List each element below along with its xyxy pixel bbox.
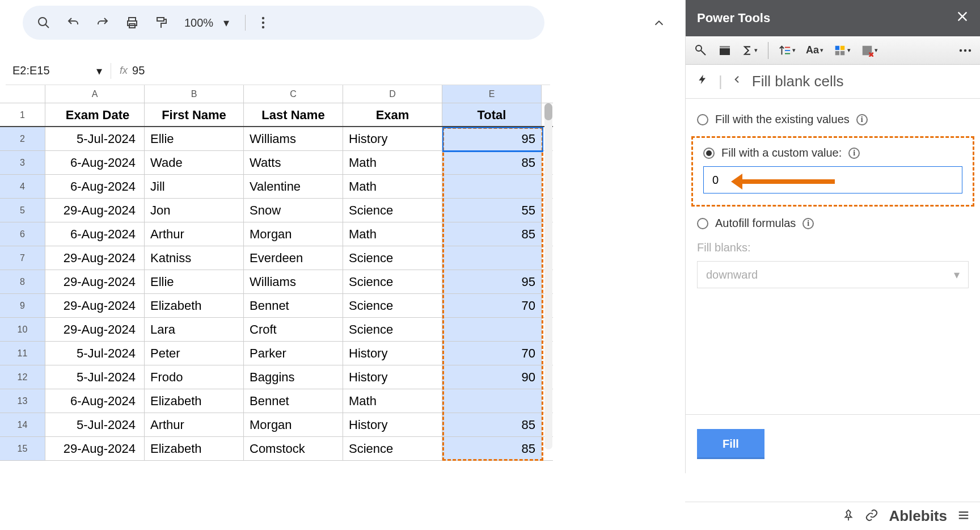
cell[interactable]: Ellie [145,270,244,293]
cell[interactable]: 70 [442,342,542,365]
cell[interactable]: 29-Aug-2024 [45,199,145,222]
cell[interactable]: Arthur [145,222,244,246]
cell[interactable]: 6-Aug-2024 [45,389,145,413]
cell[interactable]: Snow [244,199,343,222]
info-icon[interactable]: i [848,148,860,159]
pin-icon[interactable] [842,509,855,523]
cell[interactable]: Lara [145,318,244,341]
cell[interactable]: 6-Aug-2024 [45,175,145,198]
bolt-icon[interactable] [697,72,708,91]
cell[interactable]: Watts [244,151,343,174]
cell[interactable]: 6-Aug-2024 [45,222,145,246]
cell[interactable]: 29-Aug-2024 [45,294,145,317]
info-icon[interactable]: i [802,218,814,229]
name-box[interactable]: E2:E15 ▾ [6,64,102,78]
cell[interactable]: History [343,413,442,436]
cell[interactable]: First Name [145,103,244,126]
cell[interactable]: Williams [244,270,343,293]
cell[interactable]: Williams [244,127,343,150]
cell[interactable]: 95 [442,270,542,293]
formula-value[interactable]: 95 [132,64,145,77]
paint-format-icon[interactable] [155,16,168,30]
cell[interactable]: 29-Aug-2024 [45,318,145,341]
cell[interactable]: 5-Jul-2024 [45,342,145,365]
radio-icon[interactable] [703,148,715,159]
cell[interactable]: 85 [442,413,542,436]
cell[interactable]: Bennet [244,389,343,413]
row-header[interactable]: 3 [0,151,45,174]
option-autofill-formulas[interactable]: Autofill formulas i [697,217,969,230]
link-icon[interactable] [865,508,878,524]
row-header[interactable]: 4 [0,175,45,198]
radio-icon[interactable] [697,114,708,125]
col-header-a[interactable]: A [45,85,145,103]
cell[interactable] [442,246,542,270]
collapse-toolbar-icon[interactable] [653,17,665,33]
cell[interactable]: Ellie [145,127,244,150]
row-header[interactable]: 13 [0,389,45,413]
cell[interactable]: Jon [145,199,244,222]
cell[interactable]: Math [343,222,442,246]
row-header[interactable]: 11 [0,342,45,365]
cell[interactable]: Comstock [244,437,343,460]
col-header-e[interactable]: E [442,85,542,103]
cell[interactable]: Morgan [244,222,343,246]
select-all-corner[interactable] [0,85,45,103]
cell[interactable]: Math [343,151,442,174]
cell[interactable]: Bennet [244,294,343,317]
cell[interactable]: Science [343,199,442,222]
cell[interactable]: 29-Aug-2024 [45,270,145,293]
cell[interactable]: 90 [442,365,542,389]
tool-key-icon[interactable] [694,44,708,57]
row-header[interactable]: 5 [0,199,45,222]
cell[interactable] [442,389,542,413]
search-icon[interactable] [37,16,50,30]
cell[interactable]: 5-Jul-2024 [45,413,145,436]
cell[interactable]: Last Name [244,103,343,126]
back-icon[interactable] [733,73,742,90]
cell[interactable]: 85 [442,222,542,246]
cell[interactable]: Katniss [145,246,244,270]
cell[interactable]: 5-Jul-2024 [45,365,145,389]
redo-icon[interactable] [96,16,109,30]
cell[interactable]: 95 [442,127,542,150]
cell[interactable]: Math [343,389,442,413]
tool-sheet-icon[interactable] [718,44,732,57]
cell[interactable]: Total [442,103,542,126]
cell[interactable]: 85 [442,151,542,174]
cell[interactable]: Elizabeth [145,389,244,413]
tool-grid-icon[interactable]: ▾ [834,44,851,57]
option-custom-value[interactable]: Fill with a custom value: i [703,146,962,159]
cell[interactable]: Exam Date [45,103,145,126]
cell[interactable]: Croft [244,318,343,341]
cell[interactable]: Elizabeth [145,437,244,460]
cell[interactable]: Baggins [244,365,343,389]
print-icon[interactable] [125,16,139,30]
scrollbar-thumb[interactable] [544,103,552,120]
cell[interactable]: Science [343,270,442,293]
cell[interactable]: 29-Aug-2024 [45,437,145,460]
more-icon[interactable] [261,16,265,29]
tool-delete-icon[interactable]: ▾ [861,44,878,57]
col-header-c[interactable]: C [244,85,343,103]
cell[interactable]: Valentine [244,175,343,198]
row-header[interactable]: 10 [0,318,45,341]
cell[interactable]: Frodo [145,365,244,389]
row-header[interactable]: 9 [0,294,45,317]
direction-select[interactable]: downward ▾ [697,261,969,288]
cell[interactable]: Science [343,318,442,341]
tool-sort-icon[interactable]: ▾ [779,44,796,57]
row-header[interactable]: 15 [0,437,45,460]
cell[interactable]: 5-Jul-2024 [45,127,145,150]
col-header-b[interactable]: B [145,85,244,103]
cell[interactable]: Everdeen [244,246,343,270]
cell[interactable]: Jill [145,175,244,198]
cell[interactable] [442,318,542,341]
cell[interactable]: 55 [442,199,542,222]
cell[interactable]: Science [343,294,442,317]
cell[interactable]: Morgan [244,413,343,436]
option-existing-values[interactable]: Fill with the existing values i [697,113,969,126]
tool-sum-icon[interactable]: ▾ [742,45,758,56]
cell[interactable]: Parker [244,342,343,365]
row-header[interactable]: 1 [0,103,45,126]
